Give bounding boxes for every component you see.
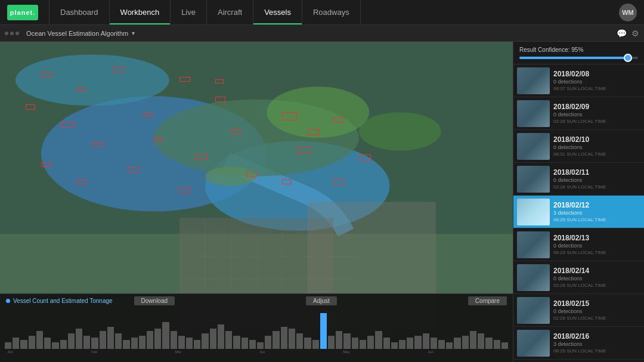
chart-bar-59[interactable]	[470, 331, 476, 349]
chart-bar-9[interactable]	[76, 329, 82, 349]
nav-item-dashboard[interactable]: Dashboard	[49, 0, 110, 24]
chart-bar-49[interactable]	[391, 342, 398, 349]
chart-bar-4[interactable]	[36, 331, 43, 349]
vessel-box-7[interactable]	[215, 97, 225, 102]
chart-bar-28[interactable]	[225, 331, 232, 349]
vessel-box-3[interactable]	[26, 104, 35, 110]
download-button[interactable]: Download	[134, 296, 175, 305]
chart-bar-20[interactable]	[162, 322, 169, 349]
date-item-7[interactable]: 2018/02/150 detections02:28 SUN LOCAL TI…	[513, 294, 644, 327]
chart-bar-51[interactable]	[407, 338, 413, 349]
date-item-2[interactable]: 2018/02/100 detections08:31 SUN LOCAL TI…	[513, 130, 644, 163]
chart-bar-35[interactable]	[281, 327, 287, 349]
settings-icon[interactable]: ⚙	[631, 29, 639, 38]
date-item-6[interactable]: 2018/02/140 detections02:28 SUN LOCAL TI…	[513, 261, 644, 294]
date-item-4[interactable]: 2018/02/123 detections08:29 SUN LOCAL TI…	[513, 196, 644, 228]
nav-item-workbench[interactable]: Workbench	[110, 0, 171, 24]
vessel-box-11[interactable]	[195, 154, 207, 159]
chart-bar-19[interactable]	[154, 329, 161, 349]
chart-bar-23[interactable]	[186, 338, 193, 349]
nav-item-vessels[interactable]: Vessels	[253, 0, 302, 24]
date-item-1[interactable]: 2018/02/090 detections02:28 SUN LOCAL TI…	[513, 97, 644, 130]
chart-bar-13[interactable]	[107, 327, 114, 349]
map-area[interactable]: Vessel Count and Estimated Tonnage Downl…	[0, 42, 513, 362]
chart-bar-3[interactable]	[29, 336, 35, 349]
chart-bar-11[interactable]	[91, 338, 98, 349]
vessel-box-10[interactable]	[128, 167, 139, 172]
vessel-box-20[interactable]	[77, 180, 86, 184]
vessel-box-14[interactable]	[282, 112, 297, 120]
chart-bar-42[interactable]	[336, 331, 342, 349]
chart-bar-45[interactable]	[360, 340, 366, 349]
vessel-box-12[interactable]	[154, 137, 162, 141]
vessel-box-17[interactable]	[298, 147, 311, 154]
chart-bar-38[interactable]	[304, 338, 311, 349]
chart-bar-61[interactable]	[485, 338, 492, 349]
chart-bar-16[interactable]	[131, 338, 138, 349]
chart-bar-62[interactable]	[494, 340, 500, 349]
chart-bar-55[interactable]	[438, 340, 445, 349]
chart-bar-46[interactable]	[367, 336, 374, 349]
chart-bar-27[interactable]	[218, 324, 224, 349]
nav-item-roadways[interactable]: Roadways	[302, 0, 361, 24]
vessel-box-15[interactable]	[308, 129, 320, 135]
chart-bar-54[interactable]	[431, 338, 437, 349]
chart-bar-18[interactable]	[147, 331, 153, 349]
comment-icon[interactable]: 💬	[617, 29, 627, 38]
chart-bar-29[interactable]	[233, 336, 240, 349]
vessel-box-1[interactable]	[77, 87, 85, 92]
chart-bar-1[interactable]	[13, 338, 19, 349]
chart-bar-41[interactable]	[328, 336, 335, 349]
chart-bar-21[interactable]	[171, 331, 177, 349]
chart-bar-31[interactable]	[249, 340, 256, 349]
chart-bar-2[interactable]	[20, 340, 27, 349]
chart-bar-48[interactable]	[383, 338, 390, 349]
chart-bar-25[interactable]	[202, 333, 208, 349]
vessel-box-2[interactable]	[113, 67, 125, 72]
chart-bar-39[interactable]	[312, 340, 319, 349]
adjust-button[interactable]: Adjust	[306, 296, 337, 305]
compare-button[interactable]: Compare	[468, 296, 507, 305]
chart-bar-52[interactable]	[414, 336, 421, 349]
chart-bar-0[interactable]	[5, 342, 11, 349]
chart-bar-7[interactable]	[60, 340, 67, 349]
chart-bar-34[interactable]	[273, 331, 279, 349]
vessel-box-24[interactable]	[215, 79, 224, 83]
chart-bar-47[interactable]	[375, 331, 382, 349]
chart-bar-50[interactable]	[399, 340, 405, 349]
chart-bar-5[interactable]	[44, 338, 51, 349]
nav-item-aircraft[interactable]: Aircraft	[207, 0, 253, 24]
date-item-8[interactable]: 2018/02/163 detections08:29 SUN LOCAL TI…	[513, 327, 644, 360]
chart-bar-10[interactable]	[83, 336, 90, 349]
chart-bar-33[interactable]	[265, 336, 271, 349]
chart-bar-12[interactable]	[100, 331, 106, 349]
chart-bar-43[interactable]	[343, 333, 350, 349]
vessel-box-19[interactable]	[246, 172, 257, 177]
confidence-slider[interactable]	[519, 57, 638, 59]
chart-bar-24[interactable]	[194, 340, 200, 349]
chart-bar-60[interactable]	[478, 333, 484, 349]
chart-bar-30[interactable]	[242, 338, 248, 349]
chart-bar-32[interactable]	[257, 342, 264, 349]
date-item-3[interactable]: 2018/02/110 detections02:28 SUN LOCAL TI…	[513, 163, 644, 196]
chart-bar-26[interactable]	[210, 329, 216, 349]
chart-bar-57[interactable]	[454, 338, 460, 349]
nav-item-live[interactable]: Live	[171, 0, 207, 24]
chart-bar-44[interactable]	[352, 338, 358, 349]
slider-thumb[interactable]	[624, 54, 632, 62]
chart-bar-8[interactable]	[68, 333, 75, 349]
vessel-box-6[interactable]	[144, 112, 153, 117]
chart-bar-14[interactable]	[115, 333, 122, 349]
date-item-5[interactable]: 2018/02/130 detections08:29 SUN LOCAL TI…	[513, 228, 644, 261]
vessel-box-8[interactable]	[92, 142, 104, 147]
chart-bar-56[interactable]	[446, 342, 453, 349]
chart-bar-22[interactable]	[178, 336, 185, 349]
chart-bar-53[interactable]	[423, 333, 429, 349]
vessel-box-13[interactable]	[231, 129, 240, 134]
chart-bar-36[interactable]	[289, 329, 295, 349]
chart-bar-15[interactable]	[123, 340, 129, 349]
user-avatar[interactable]: WM	[619, 4, 637, 21]
title-dropdown[interactable]: ▾	[132, 30, 135, 36]
vessel-box-22[interactable]	[282, 180, 292, 184]
logo[interactable]: planet.	[7, 5, 38, 20]
